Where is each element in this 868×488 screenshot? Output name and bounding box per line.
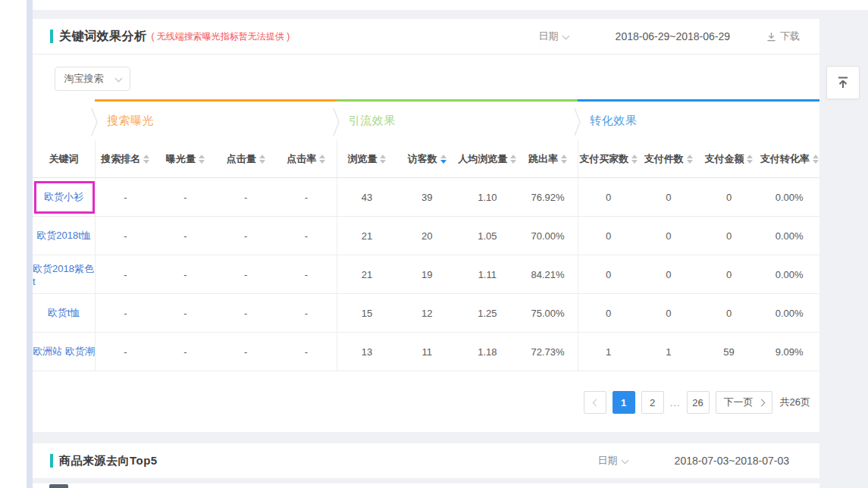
next-section-tab-edge — [49, 484, 68, 488]
table-cell: - — [95, 217, 155, 255]
keyword-analysis-panel: 关键词效果分析 ( 无线端搜索曝光指标暂无法提供 ) 日期 2018-06-29… — [33, 19, 819, 432]
column-header-label: 支付转化率 — [760, 152, 810, 166]
back-to-top-button[interactable] — [826, 66, 860, 99]
table-cell: 84.21% — [518, 255, 578, 293]
column-header[interactable]: 支付件数 — [638, 140, 699, 177]
chevron-left-icon — [592, 399, 600, 406]
back-to-top-icon — [835, 75, 851, 90]
table-cell: 1.11 — [457, 255, 518, 293]
table-cell: - — [155, 217, 216, 255]
group-separator-chevron-icon — [333, 105, 340, 139]
column-header[interactable]: 支付买家数 — [578, 140, 638, 177]
source-destination-panel: 商品来源去向Top5 日期 2018-07-03~2018-07-03 — [33, 443, 819, 478]
keyword-link[interactable]: 欧货t恤 — [33, 294, 95, 332]
keyword-column-header: 关键词 — [33, 140, 95, 177]
table-cell: 0 — [578, 255, 638, 293]
table-row: 欧洲站 欧货潮----13111.1872.73%11599.09% — [33, 333, 819, 371]
table-cell: 76.92% — [518, 178, 578, 216]
sort-icon[interactable] — [199, 155, 205, 164]
channel-select[interactable]: 淘宝搜索 — [55, 67, 130, 91]
table-cell: - — [215, 178, 276, 216]
group-header-traffic-effect: 引流效果 — [337, 99, 578, 140]
column-header[interactable]: 浏览量 — [337, 140, 397, 177]
chevron-right-icon — [757, 399, 765, 406]
table-cell: 0 — [638, 255, 699, 293]
date-filter-label: 日期 — [539, 30, 559, 43]
table-row: 欧货小衫----43391.1076.92%0000.00% — [33, 178, 819, 217]
download-button[interactable]: 下载 — [766, 30, 800, 43]
table-cell: 0 — [699, 255, 760, 293]
column-header-label: 浏览量 — [347, 152, 377, 166]
title-accent-bar — [50, 454, 53, 468]
column-header[interactable]: 点击率 — [276, 140, 337, 177]
sort-icon[interactable] — [380, 155, 386, 164]
column-header-label: 支付件数 — [644, 152, 684, 166]
keyword-text: 欧货t恤 — [48, 306, 80, 320]
keyword-panel-header: 关键词效果分析 ( 无线端搜索曝光指标暂无法提供 ) 日期 2018-06-29… — [33, 19, 819, 55]
table-cell: 12 — [396, 294, 457, 332]
table-cell: - — [95, 333, 155, 371]
total-pages-label: 共26页 — [780, 396, 810, 409]
section-title: 商品来源去向Top5 — [59, 454, 158, 468]
sort-icon[interactable] — [510, 155, 516, 164]
chevron-down-icon — [562, 32, 569, 39]
column-header[interactable]: 支付金额 — [699, 140, 760, 177]
column-header-label: 点击率 — [287, 152, 316, 166]
column-header[interactable]: 搜索排名 — [95, 140, 155, 177]
left-scrollbar[interactable] — [27, 0, 33, 488]
keyword-link[interactable]: 欧货2018t恤 — [33, 217, 95, 255]
table-cell: 0.00% — [759, 294, 819, 332]
group-label: 转化效果 — [578, 114, 637, 128]
chevron-down-icon — [621, 456, 628, 464]
table-cell: 11 — [396, 333, 457, 371]
table-cell: 1.25 — [457, 294, 518, 332]
channel-select-value: 淘宝搜索 — [64, 72, 104, 86]
sort-icon[interactable] — [747, 155, 753, 164]
table-cell: 0 — [699, 178, 760, 216]
date-filter-dropdown[interactable]: 日期 — [539, 30, 569, 43]
group-separator-chevron-icon — [91, 105, 99, 139]
column-header-label: 曝光量 — [166, 152, 196, 166]
sort-icon[interactable] — [440, 155, 447, 164]
table-cell: 9.09% — [759, 333, 819, 371]
table-cell: - — [276, 333, 337, 371]
keyword-text: 欧货小衫 — [44, 190, 83, 204]
table-cell: 0.00% — [759, 178, 819, 216]
column-header[interactable]: 跳出率 — [518, 140, 578, 177]
next-section-edge — [33, 483, 819, 488]
table-cell: - — [276, 294, 337, 332]
title-accent-bar — [50, 30, 53, 43]
column-header-label: 人均浏览量 — [458, 152, 507, 166]
column-header[interactable]: 支付转化率 — [759, 140, 819, 177]
table-cell: 43 — [337, 178, 397, 216]
page-button-2[interactable]: 2 — [641, 391, 664, 414]
keyword-link[interactable]: 欧洲站 欧货潮 — [33, 333, 95, 371]
keyword-link[interactable]: 欧货2018紫色t — [33, 255, 95, 293]
page-content: 关键词效果分析 ( 无线端搜索曝光指标暂无法提供 ) 日期 2018-06-29… — [33, 10, 868, 488]
page-button-26[interactable]: 26 — [687, 391, 710, 414]
column-header[interactable]: 访客数 — [396, 140, 457, 177]
keyword-table-body: 欧货小衫----43391.1076.92%0000.00%欧货2018t恤--… — [33, 178, 819, 371]
sort-icon[interactable] — [143, 155, 149, 164]
sort-icon[interactable] — [687, 155, 693, 164]
sort-icon[interactable] — [319, 155, 325, 164]
sort-icon[interactable] — [631, 155, 638, 164]
column-header[interactable]: 人均浏览量 — [457, 140, 518, 177]
column-header[interactable]: 点击量 — [215, 140, 276, 177]
group-header-conversion-effect: 转化效果 — [578, 99, 819, 140]
table-row: 欧货t恤----15121.2575.00%0000.00% — [33, 294, 819, 333]
table-cell: 0.00% — [759, 255, 819, 293]
date-filter-dropdown[interactable]: 日期 — [598, 454, 628, 468]
column-header[interactable]: 曝光量 — [155, 140, 216, 177]
next-page-button[interactable]: 下一页 — [716, 391, 772, 414]
sort-icon[interactable] — [561, 155, 567, 164]
table-cell: - — [95, 178, 155, 216]
table-cell: 0 — [638, 217, 699, 255]
next-page-label: 下一页 — [724, 396, 754, 409]
sort-icon[interactable] — [813, 155, 819, 164]
prev-page-button[interactable] — [584, 391, 606, 414]
table-cell: - — [155, 333, 216, 371]
sort-icon[interactable] — [259, 155, 265, 164]
keyword-link[interactable]: 欧货小衫 — [33, 178, 95, 216]
page-button-1[interactable]: 1 — [613, 391, 635, 414]
